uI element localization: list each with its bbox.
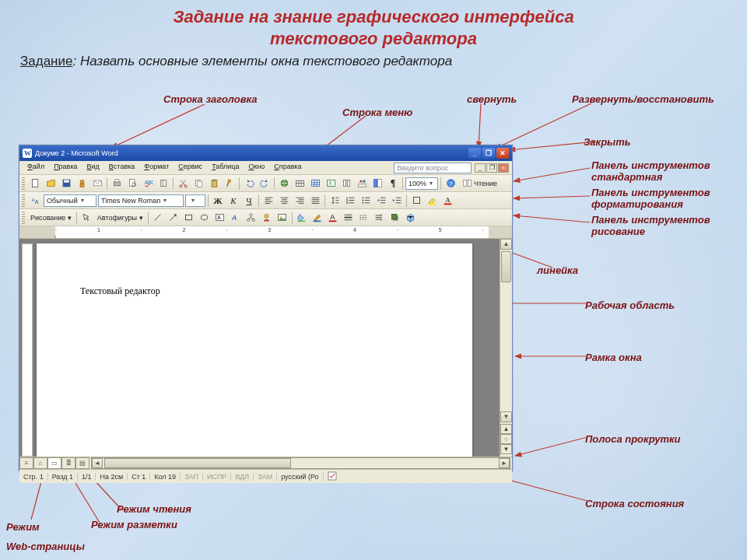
- doc-minimize-button[interactable]: _: [475, 163, 486, 173]
- borders-button[interactable]: [409, 194, 423, 208]
- textbox-tool-button[interactable]: A: [213, 211, 227, 225]
- open-button[interactable]: [44, 177, 58, 191]
- status-ext[interactable]: ВДЛ: [231, 473, 254, 481]
- horizontal-ruler[interactable]: · 1 · 2 · 3 · 4 · 5 · 6 · 7 · 8 · 9 · 10…: [19, 226, 512, 239]
- minimize-button[interactable]: _: [468, 148, 481, 159]
- styles-pane-button[interactable]: AA: [28, 194, 42, 208]
- scroll-left-button[interactable]: ◄: [92, 458, 103, 468]
- help-button[interactable]: ?: [444, 177, 458, 191]
- line-style-button[interactable]: [342, 211, 356, 225]
- highlight-button[interactable]: [425, 194, 439, 208]
- restore-button[interactable]: ❐: [482, 148, 495, 159]
- cut-button[interactable]: [176, 177, 190, 191]
- scroll-down-button[interactable]: ▼: [500, 411, 512, 422]
- read-mode-button[interactable]: Чтение: [459, 177, 500, 191]
- save-button[interactable]: [59, 177, 73, 191]
- vertical-ruler[interactable]: [22, 243, 33, 457]
- hscroll-thumb[interactable]: [104, 458, 291, 468]
- dash-style-button[interactable]: [357, 211, 371, 225]
- wordart-button[interactable]: A: [229, 211, 243, 225]
- preview-button[interactable]: [125, 177, 139, 191]
- select-objects-button[interactable]: [79, 211, 93, 225]
- next-page-button[interactable]: ▼: [500, 444, 512, 454]
- numbered-list-button[interactable]: 123: [343, 194, 357, 208]
- align-right-button[interactable]: [293, 194, 307, 208]
- decrease-indent-button[interactable]: [374, 194, 388, 208]
- drawing-toggle-button[interactable]: [355, 177, 369, 191]
- redo-button[interactable]: [258, 177, 272, 191]
- oval-tool-button[interactable]: [198, 211, 212, 225]
- menu-help[interactable]: Справка: [269, 161, 306, 174]
- print-button[interactable]: [110, 177, 124, 191]
- permission-button[interactable]: [75, 177, 89, 191]
- prev-page-button[interactable]: ▲: [500, 424, 512, 434]
- align-justify-button[interactable]: [308, 194, 322, 208]
- menu-edit[interactable]: Правка: [49, 161, 82, 174]
- horizontal-scrollbar[interactable]: ◄ ►: [91, 457, 510, 469]
- new-doc-button[interactable]: [28, 177, 42, 191]
- menu-window[interactable]: Окно: [244, 161, 269, 174]
- fill-color-button[interactable]: [295, 211, 309, 225]
- spellcheck-button[interactable]: ABC: [141, 177, 155, 191]
- tables-borders-button[interactable]: [293, 177, 307, 191]
- hyperlink-button[interactable]: [277, 177, 291, 191]
- rectangle-tool-button[interactable]: [182, 211, 196, 225]
- menu-tools[interactable]: Сервис: [174, 161, 207, 174]
- bullet-list-button[interactable]: [359, 194, 373, 208]
- threeD-button[interactable]: [404, 211, 418, 225]
- print-layout-button[interactable]: ▭: [47, 457, 61, 469]
- outline-view-button[interactable]: ≣: [61, 457, 75, 469]
- email-button[interactable]: [90, 177, 104, 191]
- line-color-button[interactable]: [310, 211, 324, 225]
- document-area[interactable]: Текстовый редактор: [19, 239, 500, 457]
- menu-table[interactable]: Таблица: [207, 161, 244, 174]
- show-marks-button[interactable]: ¶: [386, 177, 400, 191]
- font-size-dropdown[interactable]: [185, 194, 205, 207]
- font-dropdown[interactable]: Times New Roman: [98, 194, 184, 207]
- status-track[interactable]: ИСПР: [203, 473, 231, 481]
- research-button[interactable]: [156, 177, 170, 191]
- title-bar[interactable]: Докуме 2 - Microsoft Word _ ❐ ✕: [19, 145, 512, 161]
- copy-button[interactable]: [191, 177, 205, 191]
- excel-button[interactable]: X: [324, 177, 338, 191]
- scroll-right-button[interactable]: ►: [499, 458, 510, 468]
- line-spacing-button[interactable]: [328, 194, 342, 208]
- web-layout-button[interactable]: ⌂: [33, 457, 47, 469]
- align-center-button[interactable]: [277, 194, 291, 208]
- status-spell-icon[interactable]: [324, 471, 342, 482]
- font-color-draw-button[interactable]: A: [326, 211, 340, 225]
- format-painter-button[interactable]: [223, 177, 237, 191]
- increase-indent-button[interactable]: [390, 194, 404, 208]
- clipart-button[interactable]: [260, 211, 274, 225]
- toolbar-grip-icon[interactable]: [22, 212, 25, 224]
- menu-insert[interactable]: Вставка: [104, 161, 139, 174]
- diagram-button[interactable]: [244, 211, 258, 225]
- status-rec[interactable]: ЗАП: [181, 473, 203, 481]
- scroll-up-button[interactable]: ▲: [500, 239, 512, 250]
- underline-button[interactable]: Ч: [242, 194, 256, 208]
- zoom-dropdown[interactable]: 100%: [405, 177, 438, 190]
- insert-table-button[interactable]: [308, 177, 322, 191]
- menu-file[interactable]: Файл: [23, 161, 49, 174]
- paste-button[interactable]: [207, 177, 221, 191]
- browse-object-button[interactable]: ○: [500, 434, 512, 444]
- columns-button[interactable]: [339, 177, 353, 191]
- menu-format[interactable]: Формат: [139, 161, 174, 174]
- bold-button[interactable]: Ж: [211, 194, 225, 208]
- toolbar-grip-icon[interactable]: [22, 177, 25, 190]
- undo-button[interactable]: [242, 177, 256, 191]
- line-tool-button[interactable]: [151, 211, 165, 225]
- autoshapes-menu[interactable]: Автофигуры ▾: [95, 214, 146, 222]
- font-color-button[interactable]: A: [440, 194, 454, 208]
- document-text[interactable]: Текстовый редактор: [80, 285, 429, 297]
- vscroll-thumb[interactable]: [501, 251, 511, 282]
- vertical-scrollbar[interactable]: ▲ ▼ ▲ ○ ▼: [500, 239, 512, 457]
- arrow-style-button[interactable]: [373, 211, 387, 225]
- toolbar-grip-icon[interactable]: [22, 194, 25, 207]
- document-page[interactable]: Текстовый редактор: [37, 243, 472, 457]
- status-lang[interactable]: русский (Ро: [277, 473, 323, 481]
- close-button[interactable]: ✕: [496, 148, 509, 159]
- drawing-menu[interactable]: Рисование ▾: [28, 214, 74, 222]
- ask-question-box[interactable]: Введите вопрос: [394, 163, 472, 173]
- shadow-button[interactable]: [388, 211, 402, 225]
